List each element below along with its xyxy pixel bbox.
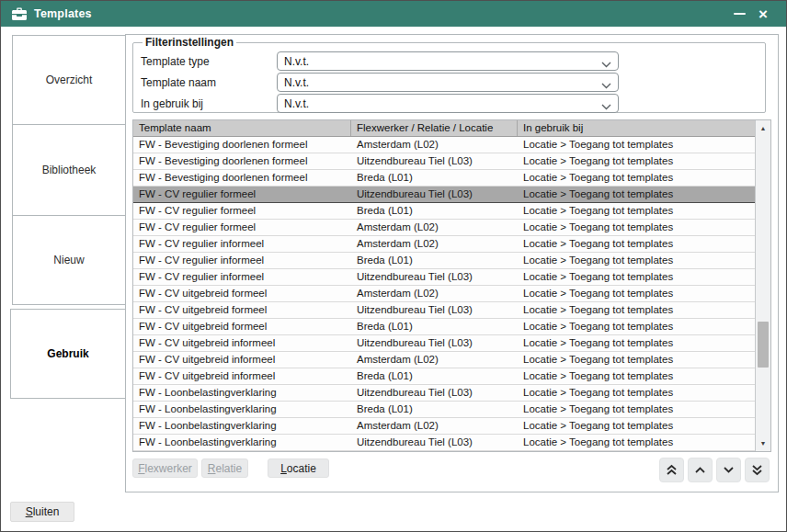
tab-gebruik[interactable]: Gebruik <box>10 309 126 399</box>
column-header-in-gebruik-bij[interactable]: In gebruik bij <box>518 120 754 136</box>
template-type-select[interactable]: N.v.t. <box>277 51 619 71</box>
table-cell: Locatie > Toegang tot templates <box>518 402 754 417</box>
table-cell: Locatie > Toegang tot templates <box>518 352 754 368</box>
templates-dialog: Templates × Overzicht Bibliotheek Nieuw … <box>0 0 787 532</box>
column-header-template-naam[interactable]: Template naam <box>133 120 351 136</box>
table-cell: Breda (L01) <box>351 203 518 219</box>
table-cell: Amsterdam (L02) <box>351 236 518 252</box>
toolbox-icon <box>12 7 27 20</box>
tab-nieuw[interactable]: Nieuw <box>12 215 126 305</box>
table-cell: Uitzendbureau Tiel (L03) <box>351 187 518 202</box>
table-body: FW - Bevestiging doorlenen formeelAmster… <box>133 137 770 451</box>
table-cell: FW - CV uitgebreid formeel <box>133 319 351 334</box>
table-row[interactable]: FW - LoonbelastingverklaringUitzendburea… <box>133 435 770 451</box>
chevron-up-icon <box>694 466 706 474</box>
table-cell: Locatie > Toegang tot templates <box>518 319 754 334</box>
table-cell: Uitzendbureau Tiel (L03) <box>351 435 518 450</box>
table-cell: Locatie > Toegang tot templates <box>518 286 754 301</box>
table-cell: Locatie > Toegang tot templates <box>518 137 754 153</box>
table-row[interactable]: FW - CV uitgebreid informeelUitzendburea… <box>133 335 770 352</box>
table-cell: Uitzendbureau Tiel (L03) <box>351 385 518 401</box>
table-cell: Locatie > Toegang tot templates <box>518 220 754 235</box>
scroll-down-icon[interactable]: ▼ <box>756 436 770 450</box>
table-cell: Locatie > Toegang tot templates <box>518 435 754 450</box>
table-cell: Locatie > Toegang tot templates <box>518 385 754 401</box>
table-row[interactable]: FW - CV regulier informeelAmsterdam (L02… <box>133 236 770 253</box>
table-row[interactable]: FW - LoonbelastingverklaringUitzendburea… <box>133 385 770 402</box>
table-vertical-scrollbar[interactable]: ▲ ▼ <box>755 120 770 451</box>
table-cell: Locatie > Toegang tot templates <box>518 203 754 219</box>
table-cell: Amsterdam (L02) <box>351 418 518 434</box>
table-cell: FW - CV uitgebreid formeel <box>133 302 351 318</box>
table-cell: Locatie > Toegang tot templates <box>518 236 754 252</box>
table-cell: FW - CV regulier informeel <box>133 269 351 285</box>
move-up-button[interactable] <box>688 458 713 482</box>
title-bar: Templates × <box>1 1 786 27</box>
table-cell: Breda (L01) <box>351 170 518 186</box>
table-cell: Uitzendbureau Tiel (L03) <box>351 335 518 351</box>
table-row[interactable]: FW - LoonbelastingverklaringAmsterdam (L… <box>133 418 770 435</box>
chevron-down-icon <box>601 100 611 113</box>
filter-settings-group: Filterinstellingen Template type N.v.t. … <box>132 36 766 113</box>
tab-overzicht[interactable]: Overzicht <box>12 35 126 125</box>
table-header: Template naam Flexwerker / Relatie / Loc… <box>133 120 770 137</box>
table-row[interactable]: FW - CV uitgebreid formeelUitzendbureau … <box>133 302 770 319</box>
table-row[interactable]: FW - CV regulier informeelBreda (L01)Loc… <box>133 253 770 269</box>
sluiten-button[interactable]: Sluiten <box>10 502 74 522</box>
table-cell: Uitzendbureau Tiel (L03) <box>351 153 518 169</box>
minimize-icon <box>734 13 746 15</box>
table-cell: FW - Loonbelastingverklaring <box>133 418 351 434</box>
table-cell: Amsterdam (L02) <box>351 286 518 301</box>
table-row[interactable]: FW - LoonbelastingverklaringBreda (L01)L… <box>133 402 770 418</box>
templates-table: Template naam Flexwerker / Relatie / Loc… <box>132 119 771 452</box>
table-row[interactable]: FW - CV regulier formeelUitzendbureau Ti… <box>133 187 770 203</box>
table-cell: Uitzendbureau Tiel (L03) <box>351 302 518 318</box>
column-header-flexwerker-relatie-locatie[interactable]: Flexwerker / Relatie / Locatie <box>351 120 518 136</box>
close-icon: × <box>758 6 768 22</box>
window-title: Templates <box>34 7 727 20</box>
chevron-down-icon <box>601 79 611 92</box>
tab-bibliotheek[interactable]: Bibliotheek <box>12 124 126 216</box>
table-row[interactable]: FW - CV uitgebreid informeelAmsterdam (L… <box>133 352 770 368</box>
table-row[interactable]: FW - CV regulier formeelAmsterdam (L02)L… <box>133 220 770 236</box>
locatie-button[interactable]: Locatie <box>268 458 329 478</box>
table-cell: Locatie > Toegang tot templates <box>518 253 754 268</box>
relatie-button[interactable]: Relatie <box>201 458 248 478</box>
table-cell: Breda (L01) <box>351 368 518 384</box>
table-row[interactable]: FW - Bevestiging doorlenen formeelAmster… <box>133 137 770 153</box>
table-row[interactable]: FW - Bevestiging doorlenen formeelBreda … <box>133 170 770 187</box>
table-cell: FW - Loonbelastingverklaring <box>133 385 351 401</box>
in-gebruik-bij-value: N.v.t. <box>284 97 309 110</box>
table-row[interactable]: FW - CV regulier formeelBreda (L01)Locat… <box>133 203 770 220</box>
chevron-down-icon <box>723 466 735 474</box>
table-cell: Amsterdam (L02) <box>351 137 518 153</box>
scrollbar-thumb[interactable] <box>758 322 769 368</box>
table-cell: Breda (L01) <box>351 319 518 334</box>
table-cell: FW - Loonbelastingverklaring <box>133 402 351 417</box>
table-cell: FW - CV uitgebreid formeel <box>133 286 351 301</box>
table-cell: FW - CV regulier informeel <box>133 236 351 252</box>
in-gebruik-bij-select[interactable]: N.v.t. <box>277 94 619 113</box>
scroll-up-icon[interactable]: ▲ <box>756 121 770 135</box>
table-cell: Locatie > Toegang tot templates <box>518 187 754 202</box>
table-row[interactable]: FW - CV uitgebreid informeelBreda (L01)L… <box>133 368 770 385</box>
table-row[interactable]: FW - CV uitgebreid formeelBreda (L01)Loc… <box>133 319 770 335</box>
move-down-button[interactable] <box>716 458 741 482</box>
table-cell: FW - Bevestiging doorlenen formeel <box>133 170 351 186</box>
table-cell: FW - CV uitgebreid informeel <box>133 335 351 351</box>
table-cell: Breda (L01) <box>351 402 518 417</box>
main-panel: Filterinstellingen Template type N.v.t. … <box>125 34 779 492</box>
flexwerker-button[interactable]: Flexwerker <box>132 458 198 478</box>
minimize-button[interactable] <box>727 4 751 24</box>
table-cell: Locatie > Toegang tot templates <box>518 335 754 351</box>
table-row[interactable]: FW - CV uitgebreid formeelAmsterdam (L02… <box>133 286 770 302</box>
table-row[interactable]: FW - CV regulier informeelUitzendbureau … <box>133 269 770 286</box>
table-cell: FW - CV uitgebreid informeel <box>133 368 351 384</box>
template-naam-select[interactable]: N.v.t. <box>277 73 619 92</box>
move-to-top-button[interactable] <box>659 458 684 482</box>
move-to-bottom-button[interactable] <box>745 458 770 482</box>
double-chevron-down-icon <box>751 464 763 476</box>
table-cell: FW - CV regulier formeel <box>133 187 351 202</box>
table-row[interactable]: FW - Bevestiging doorlenen formeelUitzen… <box>133 153 770 170</box>
close-button[interactable]: × <box>751 4 775 24</box>
